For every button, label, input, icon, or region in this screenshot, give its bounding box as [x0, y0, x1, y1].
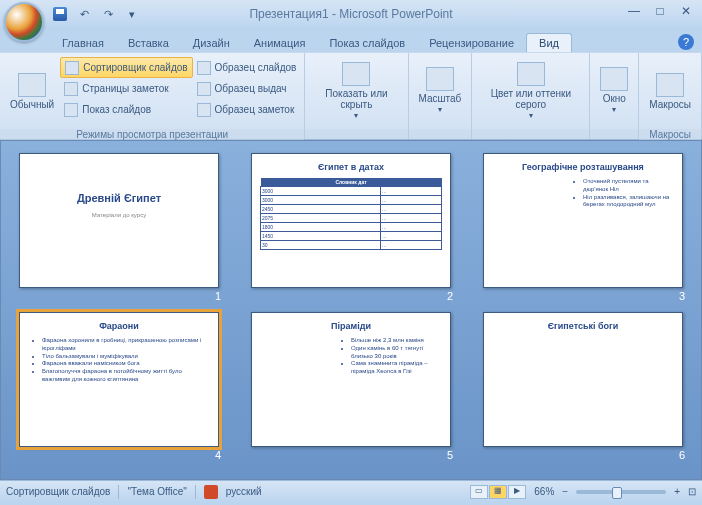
slide-thumb-5[interactable]: ПірамідиБільше ніж 2,3 млн каміняОдин ка…	[251, 312, 451, 447]
tab-review[interactable]: Рецензирование	[417, 34, 526, 52]
view-sorter-icon[interactable]: ▦	[489, 485, 507, 499]
slide-thumb-3[interactable]: Географічне розташуванняОточений пустеля…	[483, 153, 683, 288]
slide-sorter-label: Сортировщик слайдов	[83, 62, 187, 73]
help-button[interactable]: ?	[678, 34, 694, 50]
view-normal-icon[interactable]: ▭	[470, 485, 488, 499]
tab-view[interactable]: Вид	[526, 33, 572, 52]
status-view-mode: Сортировщик слайдов	[6, 486, 110, 497]
slide1-subtitle: Матеріали до курсу	[28, 212, 210, 218]
office-button[interactable]	[4, 2, 44, 42]
tab-design[interactable]: Дизайн	[181, 34, 242, 52]
color-grayscale-label: Цвет или оттенки серого	[482, 88, 579, 110]
slide5-bullet: Більше ніж 2,3 млн каміня	[351, 337, 442, 345]
slideshow-button[interactable]: Показ слайдов	[60, 99, 192, 120]
slide6-title: Єгипетські боги	[492, 321, 674, 331]
language-icon	[204, 485, 218, 499]
slide-sorter-workspace[interactable]: Древній ЄгипетМатеріали до курсу1 Єгипет…	[0, 140, 702, 480]
status-theme: "Тема Office"	[127, 486, 186, 497]
zoom-slider[interactable]	[576, 490, 666, 494]
qat-more[interactable]: ▾	[122, 4, 142, 24]
slide-thumb-6[interactable]: Єгипетські боги	[483, 312, 683, 447]
slide-thumb-2[interactable]: Єгипет в датахСловник дат3000...3000...2…	[251, 153, 451, 288]
slide5-bullet: Один камінь в 60 т тягнуті близько 30 ро…	[351, 345, 442, 361]
notes-master-button[interactable]: Образец заметок	[193, 99, 301, 120]
macros-label: Макросы	[649, 99, 691, 110]
handout-master-button[interactable]: Образец выдач	[193, 78, 301, 99]
slide3-bullet: Ніл разливався, залишаючи на берегах пло…	[583, 194, 674, 210]
handout-master-label: Образец выдач	[215, 83, 287, 94]
redo-button[interactable]: ↷	[98, 4, 118, 24]
slideshow-label: Показ слайдов	[82, 104, 151, 115]
slide-master-label: Образец слайдов	[215, 62, 297, 73]
slide-number: 4	[215, 449, 221, 461]
zoom-out-button[interactable]: −	[562, 486, 568, 497]
minimize-button[interactable]: —	[624, 4, 644, 20]
slide2-title: Єгипет в датах	[260, 162, 442, 172]
normal-view-button[interactable]: Обычный	[4, 57, 60, 125]
slide4-title: Фараони	[28, 321, 210, 331]
status-language[interactable]: русский	[226, 486, 262, 497]
fit-window-button[interactable]: ⊡	[688, 486, 696, 497]
slide-number: 5	[447, 449, 453, 461]
view-show-icon[interactable]: ▶	[508, 485, 526, 499]
slide3-title: Географічне розташування	[492, 162, 674, 172]
tab-home[interactable]: Главная	[50, 34, 116, 52]
save-button[interactable]	[50, 4, 70, 24]
window-button[interactable]: Окно	[594, 57, 634, 125]
slide4-bullet: Фараона вважали намісником бога	[42, 360, 210, 368]
notes-page-label: Страницы заметок	[82, 83, 168, 94]
undo-button[interactable]: ↶	[74, 4, 94, 24]
color-grayscale-button[interactable]: Цвет или оттенки серого	[476, 57, 585, 125]
macros-button[interactable]: Макросы	[643, 57, 697, 125]
maximize-button[interactable]: □	[650, 4, 670, 20]
slide-thumb-4[interactable]: ФараониФараона хоронили в гробниці, прик…	[19, 312, 219, 447]
close-button[interactable]: ✕	[676, 4, 696, 20]
slide-sorter-button[interactable]: Сортировщик слайдов	[60, 57, 192, 78]
notes-master-label: Образец заметок	[215, 104, 295, 115]
group-presentation-views: Режимы просмотра презентации	[0, 129, 304, 140]
zoom-percent[interactable]: 66%	[534, 486, 554, 497]
slide3-bullet: Оточений пустелями та дюр'янок Ніл	[583, 178, 674, 194]
slide-master-button[interactable]: Образец слайдов	[193, 57, 301, 78]
slide4-bullet: Фараона хоронили в гробниці, прикрашеною…	[42, 337, 210, 353]
zoom-button[interactable]: Масштаб	[413, 57, 468, 125]
slide5-title: Піраміди	[260, 321, 442, 331]
window-title: Презентация1 - Microsoft PowerPoint	[249, 7, 452, 21]
group-macros: Макросы	[639, 129, 701, 140]
slide4-bullet: Благополуччя фараона в потойбічному житт…	[42, 368, 210, 384]
slide-thumb-1[interactable]: Древній ЄгипетМатеріали до курсу	[19, 153, 219, 288]
normal-view-label: Обычный	[10, 99, 54, 110]
slide-number: 3	[679, 290, 685, 302]
show-hide-button[interactable]: Показать или скрыть	[309, 57, 403, 125]
slide-number: 6	[679, 449, 685, 461]
tab-animation[interactable]: Анимация	[242, 34, 318, 52]
slide4-bullet: Тіло бальзамували і муміфікували	[42, 353, 210, 361]
tab-insert[interactable]: Вставка	[116, 34, 181, 52]
slide2-table-header: Словник дат	[261, 178, 442, 187]
slide1-title: Древній Єгипет	[28, 192, 210, 204]
notes-page-button[interactable]: Страницы заметок	[60, 78, 192, 99]
slide-number: 2	[447, 290, 453, 302]
slide-number: 1	[215, 290, 221, 302]
window-label: Окно	[603, 93, 626, 104]
slide5-bullet: Сама знаменита піраміда – піраміда Хеопс…	[351, 360, 442, 376]
tab-slideshow[interactable]: Показ слайдов	[317, 34, 417, 52]
show-hide-label: Показать или скрыть	[315, 88, 397, 110]
zoom-in-button[interactable]: +	[674, 486, 680, 497]
zoom-label: Масштаб	[419, 93, 462, 104]
